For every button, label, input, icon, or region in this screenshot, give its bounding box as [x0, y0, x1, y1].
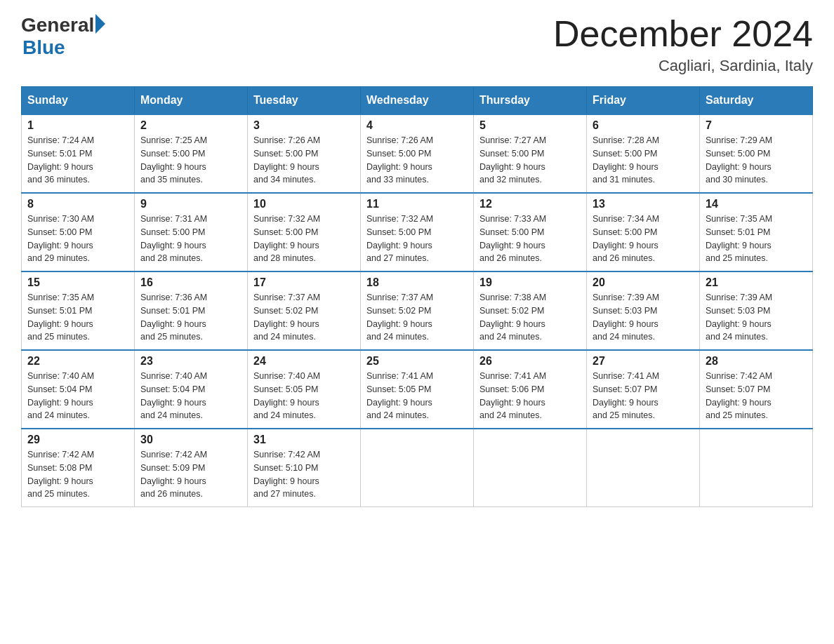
- day-number: 12: [479, 198, 581, 210]
- day-info: Sunrise: 7:41 AMSunset: 5:06 PMDaylight:…: [479, 371, 546, 420]
- calendar-cell: 27 Sunrise: 7:41 AMSunset: 5:07 PMDaylig…: [587, 350, 700, 429]
- day-info: Sunrise: 7:26 AMSunset: 5:00 PMDaylight:…: [366, 135, 433, 185]
- calendar-cell: 12 Sunrise: 7:33 AMSunset: 5:00 PMDaylig…: [474, 193, 587, 271]
- day-number: 22: [27, 355, 128, 368]
- calendar-cell: [700, 429, 813, 507]
- calendar-cell: 28 Sunrise: 7:42 AMSunset: 5:07 PMDaylig…: [700, 350, 813, 429]
- calendar-header: SundayMondayTuesdayWednesdayThursdayFrid…: [22, 87, 813, 115]
- week-row: 22 Sunrise: 7:40 AMSunset: 5:04 PMDaylig…: [22, 350, 813, 429]
- calendar-cell: 23 Sunrise: 7:40 AMSunset: 5:04 PMDaylig…: [135, 350, 248, 429]
- day-of-week-header: Sunday: [22, 87, 135, 115]
- logo-blue-text: Blue: [22, 36, 65, 59]
- day-number: 29: [27, 434, 128, 446]
- day-info: Sunrise: 7:32 AMSunset: 5:00 PMDaylight:…: [366, 214, 433, 263]
- day-number: 27: [593, 355, 694, 368]
- calendar-cell: 25 Sunrise: 7:41 AMSunset: 5:05 PMDaylig…: [361, 350, 474, 429]
- calendar-cell: 7 Sunrise: 7:29 AMSunset: 5:00 PMDayligh…: [700, 114, 813, 193]
- calendar-cell: 20 Sunrise: 7:39 AMSunset: 5:03 PMDaylig…: [587, 271, 700, 350]
- week-row: 8 Sunrise: 7:30 AMSunset: 5:00 PMDayligh…: [22, 193, 813, 271]
- day-number: 4: [366, 119, 468, 132]
- day-number: 18: [366, 276, 468, 289]
- day-info: Sunrise: 7:38 AMSunset: 5:02 PMDaylight:…: [479, 293, 546, 342]
- day-number: 1: [27, 119, 128, 132]
- day-number: 14: [706, 198, 807, 210]
- calendar-cell: 29 Sunrise: 7:42 AMSunset: 5:08 PMDaylig…: [22, 429, 135, 507]
- day-number: 9: [140, 198, 241, 210]
- calendar-cell: 16 Sunrise: 7:36 AMSunset: 5:01 PMDaylig…: [135, 271, 248, 350]
- day-number: 31: [253, 434, 355, 446]
- day-info: Sunrise: 7:42 AMSunset: 5:09 PMDaylight:…: [140, 450, 207, 499]
- day-number: 8: [27, 198, 128, 210]
- calendar-table: SundayMondayTuesdayWednesdayThursdayFrid…: [21, 86, 813, 507]
- day-number: 20: [593, 276, 694, 289]
- day-info: Sunrise: 7:40 AMSunset: 5:05 PMDaylight:…: [253, 371, 320, 420]
- calendar-cell: 11 Sunrise: 7:32 AMSunset: 5:00 PMDaylig…: [361, 193, 474, 271]
- day-info: Sunrise: 7:40 AMSunset: 5:04 PMDaylight:…: [27, 371, 94, 420]
- day-info: Sunrise: 7:24 AMSunset: 5:01 PMDaylight:…: [27, 135, 94, 185]
- day-number: 16: [140, 276, 241, 289]
- location-text: Cagliari, Sardinia, Italy: [553, 57, 813, 75]
- day-number: 17: [253, 276, 355, 289]
- day-number: 10: [253, 198, 355, 210]
- logo: General Blue: [21, 14, 105, 59]
- logo-arrow-icon: [95, 14, 105, 34]
- day-info: Sunrise: 7:30 AMSunset: 5:00 PMDaylight:…: [27, 214, 94, 263]
- day-info: Sunrise: 7:31 AMSunset: 5:00 PMDaylight:…: [140, 214, 207, 263]
- day-info: Sunrise: 7:26 AMSunset: 5:00 PMDaylight:…: [253, 135, 320, 185]
- calendar-cell: 8 Sunrise: 7:30 AMSunset: 5:00 PMDayligh…: [22, 193, 135, 271]
- day-number: 24: [253, 355, 355, 368]
- calendar-cell: 1 Sunrise: 7:24 AMSunset: 5:01 PMDayligh…: [22, 114, 135, 193]
- day-number: 23: [140, 355, 241, 368]
- day-of-week-header: Monday: [135, 87, 248, 115]
- day-info: Sunrise: 7:37 AMSunset: 5:02 PMDaylight:…: [253, 293, 320, 342]
- day-of-week-header: Wednesday: [361, 87, 474, 115]
- day-of-week-header: Saturday: [700, 87, 813, 115]
- logo-text: General: [21, 14, 105, 36]
- calendar-cell: 19 Sunrise: 7:38 AMSunset: 5:02 PMDaylig…: [474, 271, 587, 350]
- calendar-cell: 9 Sunrise: 7:31 AMSunset: 5:00 PMDayligh…: [135, 193, 248, 271]
- day-number: 19: [479, 276, 581, 289]
- day-info: Sunrise: 7:39 AMSunset: 5:03 PMDaylight:…: [593, 293, 659, 342]
- calendar-cell: 21 Sunrise: 7:39 AMSunset: 5:03 PMDaylig…: [700, 271, 813, 350]
- calendar-cell: [474, 429, 587, 507]
- day-info: Sunrise: 7:34 AMSunset: 5:00 PMDaylight:…: [593, 214, 659, 263]
- calendar-cell: 30 Sunrise: 7:42 AMSunset: 5:09 PMDaylig…: [135, 429, 248, 507]
- day-info: Sunrise: 7:41 AMSunset: 5:05 PMDaylight:…: [366, 371, 433, 420]
- day-info: Sunrise: 7:29 AMSunset: 5:00 PMDaylight:…: [706, 135, 772, 185]
- day-number: 15: [27, 276, 128, 289]
- day-number: 5: [479, 119, 581, 132]
- day-info: Sunrise: 7:37 AMSunset: 5:02 PMDaylight:…: [366, 293, 433, 342]
- calendar-cell: 5 Sunrise: 7:27 AMSunset: 5:00 PMDayligh…: [474, 114, 587, 193]
- day-info: Sunrise: 7:41 AMSunset: 5:07 PMDaylight:…: [593, 371, 659, 420]
- calendar-cell: 3 Sunrise: 7:26 AMSunset: 5:00 PMDayligh…: [248, 114, 361, 193]
- day-number: 3: [253, 119, 355, 132]
- day-info: Sunrise: 7:42 AMSunset: 5:07 PMDaylight:…: [706, 371, 772, 420]
- calendar-cell: 14 Sunrise: 7:35 AMSunset: 5:01 PMDaylig…: [700, 193, 813, 271]
- calendar-cell: 22 Sunrise: 7:40 AMSunset: 5:04 PMDaylig…: [22, 350, 135, 429]
- day-number: 2: [140, 119, 241, 132]
- page-header: General Blue December 2024 Cagliari, Sar…: [21, 14, 813, 75]
- week-row: 29 Sunrise: 7:42 AMSunset: 5:08 PMDaylig…: [22, 429, 813, 507]
- calendar-cell: 15 Sunrise: 7:35 AMSunset: 5:01 PMDaylig…: [22, 271, 135, 350]
- calendar-cell: 17 Sunrise: 7:37 AMSunset: 5:02 PMDaylig…: [248, 271, 361, 350]
- month-title: December 2024: [553, 14, 813, 54]
- day-number: 7: [706, 119, 807, 132]
- day-info: Sunrise: 7:40 AMSunset: 5:04 PMDaylight:…: [140, 371, 207, 420]
- day-number: 28: [706, 355, 807, 368]
- day-info: Sunrise: 7:42 AMSunset: 5:10 PMDaylight:…: [253, 450, 320, 499]
- day-of-week-header: Thursday: [474, 87, 587, 115]
- day-info: Sunrise: 7:32 AMSunset: 5:00 PMDaylight:…: [253, 214, 320, 263]
- day-info: Sunrise: 7:35 AMSunset: 5:01 PMDaylight:…: [706, 214, 772, 263]
- day-number: 25: [366, 355, 468, 368]
- calendar-cell: 2 Sunrise: 7:25 AMSunset: 5:00 PMDayligh…: [135, 114, 248, 193]
- day-number: 6: [593, 119, 694, 132]
- day-info: Sunrise: 7:36 AMSunset: 5:01 PMDaylight:…: [140, 293, 207, 342]
- day-info: Sunrise: 7:35 AMSunset: 5:01 PMDaylight:…: [27, 293, 94, 342]
- calendar-cell: 10 Sunrise: 7:32 AMSunset: 5:00 PMDaylig…: [248, 193, 361, 271]
- title-block: December 2024 Cagliari, Sardinia, Italy: [553, 14, 813, 75]
- week-row: 1 Sunrise: 7:24 AMSunset: 5:01 PMDayligh…: [22, 114, 813, 193]
- calendar-body: 1 Sunrise: 7:24 AMSunset: 5:01 PMDayligh…: [22, 114, 813, 507]
- calendar-cell: 4 Sunrise: 7:26 AMSunset: 5:00 PMDayligh…: [361, 114, 474, 193]
- day-info: Sunrise: 7:39 AMSunset: 5:03 PMDaylight:…: [706, 293, 772, 342]
- day-number: 11: [366, 198, 468, 210]
